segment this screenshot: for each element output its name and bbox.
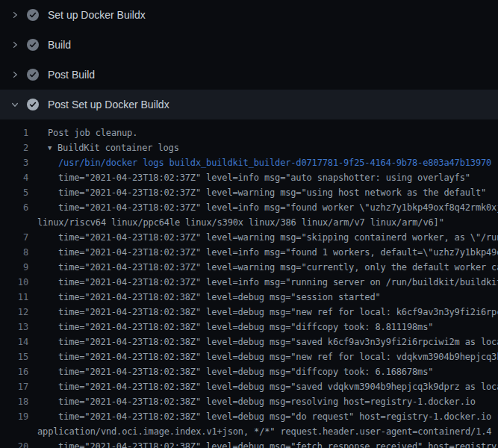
log-line: 18 time="2021-04-23T18:02:38Z" level=deb… — [0, 394, 498, 409]
command-log-text: /usr/bin/docker logs buildx_buildkit_bui… — [37, 155, 491, 170]
line-number-link[interactable]: 5 — [0, 185, 28, 200]
line-number-link[interactable]: 11 — [0, 290, 28, 305]
log-text: time="2021-04-23T18:02:38Z" level=debug … — [37, 349, 498, 364]
log-line: 8 time="2021-04-23T18:02:37Z" level=info… — [0, 245, 498, 260]
line-number-link[interactable] — [0, 424, 28, 439]
log-line: 20 time="2021-04-23T18:02:38Z" level=deb… — [0, 439, 498, 448]
log-line: 7 time="2021-04-23T18:02:37Z" level=warn… — [0, 230, 498, 245]
log-text: time="2021-04-23T18:02:38Z" level=debug … — [37, 364, 433, 379]
log-line: linux/riscv64 linux/ppc64le linux/s390x … — [0, 215, 498, 230]
line-number-link[interactable]: 6 — [0, 200, 28, 215]
chevron-right-icon — [9, 39, 21, 51]
steps-list: Set up Docker Buildx Build Post Build Po… — [0, 0, 498, 119]
line-number-link[interactable]: 4 — [0, 170, 28, 185]
log-text: time="2021-04-23T18:02:38Z" level=debug … — [37, 409, 498, 424]
log-line: 16 time="2021-04-23T18:02:38Z" level=deb… — [0, 364, 498, 379]
log-text: Post job cleanup. — [37, 125, 137, 140]
line-number-link[interactable]: 13 — [0, 320, 28, 335]
log-text: application/vnd.oci.image.index.v1+json,… — [37, 424, 491, 439]
log-text: time="2021-04-23T18:02:37Z" level=warnin… — [37, 230, 498, 245]
log-text: time="2021-04-23T18:02:37Z" level=info m… — [37, 200, 498, 215]
step-header-post-build[interactable]: Post Build — [0, 60, 498, 90]
line-number-link[interactable]: 1 — [0, 125, 28, 140]
line-number-link[interactable]: 18 — [0, 394, 28, 409]
log-text: time="2021-04-23T18:02:37Z" level=warnin… — [37, 260, 498, 275]
log-line: 19 time="2021-04-23T18:02:38Z" level=deb… — [0, 409, 498, 424]
log-text: time="2021-04-23T18:02:37Z" level=info m… — [37, 170, 470, 185]
log-text: time="2021-04-23T18:02:38Z" level=debug … — [37, 394, 476, 409]
log-text: time="2021-04-23T18:02:37Z" level=warnin… — [37, 185, 486, 200]
line-number-link[interactable]: 19 — [0, 409, 28, 424]
line-number-link[interactable]: 14 — [0, 335, 28, 349]
chevron-right-icon — [9, 9, 21, 21]
chevron-right-icon — [9, 69, 21, 81]
log-text: time="2021-04-23T18:02:38Z" level=debug … — [37, 335, 498, 349]
log-line: 14 time="2021-04-23T18:02:38Z" level=deb… — [0, 335, 498, 349]
step-label: Post Set up Docker Buildx — [48, 99, 169, 111]
step-header-set-up-docker-buildx[interactable]: Set up Docker Buildx — [0, 0, 498, 30]
log-text: linux/riscv64 linux/ppc64le linux/s390x … — [37, 215, 444, 230]
line-number-link[interactable]: 8 — [0, 245, 28, 260]
step-header-post-set-up-docker-buildx[interactable]: Post Set up Docker Buildx — [0, 90, 498, 119]
log-line: 15 time="2021-04-23T18:02:38Z" level=deb… — [0, 349, 498, 364]
step-label: Set up Docker Buildx — [48, 9, 146, 21]
step-label: Post Build — [48, 69, 95, 81]
line-number-link[interactable]: 16 — [0, 364, 28, 379]
line-number-link[interactable]: 20 — [0, 439, 28, 448]
line-number-link[interactable]: 3 — [0, 155, 28, 170]
log-text: time="2021-04-23T18:02:38Z" level=debug … — [37, 290, 381, 305]
log-text: ▼BuildKit container logs — [37, 140, 179, 155]
log-line: 2 ▼BuildKit container logs — [0, 140, 498, 155]
log-text: time="2021-04-23T18:02:37Z" level=info m… — [37, 245, 498, 260]
workflow-log-panel: Set up Docker Buildx Build Post Build Po… — [0, 0, 498, 448]
log-line: 11 time="2021-04-23T18:02:38Z" level=deb… — [0, 290, 498, 305]
log-lines: 1 Post job cleanup. 2 ▼BuildKit containe… — [0, 119, 498, 448]
log-text: time="2021-04-23T18:02:38Z" level=debug … — [37, 320, 433, 335]
check-circle-icon — [27, 99, 39, 111]
log-text: time="2021-04-23T18:02:37Z" level=info m… — [37, 275, 498, 290]
step-header-build[interactable]: Build — [0, 30, 498, 60]
check-circle-icon — [27, 9, 39, 21]
line-number-link[interactable]: 2 — [0, 140, 28, 155]
line-number-link[interactable]: 10 — [0, 275, 28, 290]
log-text: time="2021-04-23T18:02:38Z" level=debug … — [37, 439, 498, 448]
log-line: 9 time="2021-04-23T18:02:37Z" level=warn… — [0, 260, 498, 275]
log-line: 17 time="2021-04-23T18:02:38Z" level=deb… — [0, 379, 498, 394]
log-line: 5 time="2021-04-23T18:02:37Z" level=warn… — [0, 185, 498, 200]
log-text: time="2021-04-23T18:02:38Z" level=debug … — [37, 379, 498, 394]
line-number-link[interactable]: 17 — [0, 379, 28, 394]
line-number-link[interactable] — [0, 215, 28, 230]
log-line: 12 time="2021-04-23T18:02:38Z" level=deb… — [0, 305, 498, 320]
step-label: Build — [48, 39, 71, 51]
line-number-link[interactable]: 7 — [0, 230, 28, 245]
log-line: 1 Post job cleanup. — [0, 125, 498, 140]
log-line: 6 time="2021-04-23T18:02:37Z" level=info… — [0, 200, 498, 215]
log-text: time="2021-04-23T18:02:38Z" level=debug … — [37, 305, 498, 320]
log-line: 10 time="2021-04-23T18:02:37Z" level=inf… — [0, 275, 498, 290]
log-line: 4 time="2021-04-23T18:02:37Z" level=info… — [0, 170, 498, 185]
check-circle-icon — [27, 69, 39, 81]
log-line: application/vnd.oci.image.index.v1+json,… — [0, 424, 498, 439]
chevron-down-icon — [9, 99, 21, 111]
group-toggle-triangle-icon[interactable]: ▼ — [48, 140, 57, 155]
log-line: 13 time="2021-04-23T18:02:38Z" level=deb… — [0, 320, 498, 335]
group-label: BuildKit container logs — [57, 143, 179, 153]
check-circle-icon — [27, 39, 39, 51]
line-number-link[interactable]: 12 — [0, 305, 28, 320]
line-number-link[interactable]: 15 — [0, 349, 28, 364]
line-number-link[interactable]: 9 — [0, 260, 28, 275]
log-line: 3 /usr/bin/docker logs buildx_buildkit_b… — [0, 155, 498, 170]
